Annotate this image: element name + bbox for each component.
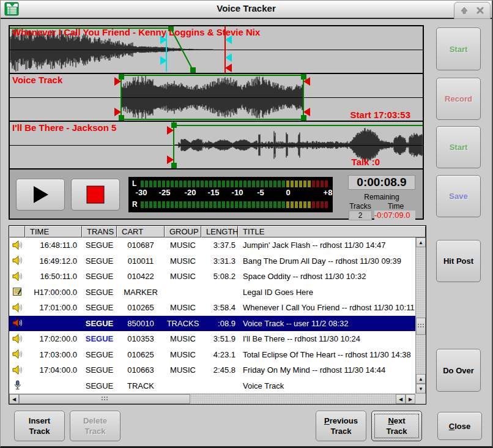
log-cell-cart: 010422 [117, 272, 165, 281]
log-cell-icon [9, 254, 25, 267]
log-row[interactable]: 17:04:00.0SEGUE010663MUSIC2:45.8Friday O… [9, 362, 415, 378]
log-cell-len: 3:37.5 [201, 241, 238, 250]
log-cell-group: MUSIC [165, 365, 201, 375]
log-cell-len: 5:08.2 [201, 272, 238, 281]
log-row[interactable]: 17:01:00.0SEGUE010265MUSIC3:58.4Whenever… [9, 300, 415, 316]
waveform-track-1[interactable]: Whenever I Call You Friend - Kenny Loggi… [10, 26, 423, 73]
do-over-button[interactable]: Do Over [436, 349, 481, 392]
meter-right-label: R [132, 200, 138, 209]
log-row[interactable]: 17:03:00.0SEGUE010625MUSIC4:23.1Total Ec… [9, 347, 415, 363]
vertical-scrollbar[interactable]: ▲ ▲ ▼ [415, 237, 426, 394]
horizontal-scroll-thumb[interactable] [19, 394, 190, 404]
remaining-tracks-value: 2 [349, 211, 372, 220]
segue-start-button-2[interactable]: Start [436, 126, 481, 168]
column-header-group[interactable]: GROUP [165, 226, 201, 237]
log-row[interactable]: 17:02:00.0SEGUE010353MUSIC3:51.9I'll Be … [9, 331, 415, 347]
meter-scale-tick: -30 [136, 188, 147, 197]
column-header-icon[interactable] [9, 226, 25, 237]
column-header-title[interactable]: TITLE [238, 226, 426, 237]
speaker-icon [12, 365, 23, 375]
speaker-icon [12, 240, 23, 250]
play-button[interactable] [16, 179, 65, 211]
microphone-icon [12, 380, 23, 390]
meter-left-label: L [132, 179, 136, 188]
log-cell-group: MUSIC [165, 272, 201, 281]
log-cell-len: 2:45.8 [201, 365, 238, 375]
log-row[interactable]: H17:00:00.0SEGUEMARKERLegal ID Goes Here [9, 285, 415, 301]
log-cell-icon [9, 239, 25, 252]
meter-scale-tick: -20 [185, 188, 196, 197]
log-row[interactable]: 16:49:12.0SEGUE010011MUSIC3:31.3Bang The… [9, 253, 415, 269]
log-cell-icon [9, 285, 25, 299]
shade-icon[interactable] [459, 5, 470, 16]
column-header-trans[interactable]: TRANS [82, 226, 117, 237]
remaining-tracks-label: Tracks [344, 202, 376, 211]
scroll-up-icon[interactable]: ▲ [416, 237, 426, 247]
stop-button[interactable] [71, 179, 120, 211]
close-button[interactable]: Close [437, 412, 482, 440]
log-cell-icon [9, 364, 25, 377]
close-icon[interactable] [475, 5, 486, 16]
save-button[interactable]: Save [436, 175, 481, 217]
column-header-cart[interactable]: CART [117, 226, 165, 237]
scrollbar-corner [415, 394, 426, 404]
meter-scale-tick: -10 [232, 188, 243, 197]
vertical-scroll-thumb[interactable] [416, 318, 426, 335]
log-cell-trans: SEGUE [82, 272, 117, 281]
log-cell-trans: SEGUE [82, 319, 117, 328]
log-body: 16:48:11.0SEGUE010687MUSIC3:37.5Jumpin' … [9, 237, 415, 394]
log-cell-time: 16:48:11.0 [25, 241, 82, 250]
speaker-icon [12, 271, 23, 282]
remaining-time-label: Time [380, 202, 412, 211]
log-cell-title: Bang The Drum All Day -- rdhost 11/30 09… [238, 256, 415, 266]
record-button[interactable]: Record [436, 78, 481, 120]
meter-scale-tick: -25 [159, 188, 171, 197]
meter-scale-tick: +8 [324, 188, 333, 197]
log-cell-icon [9, 379, 25, 392]
log-cell-trans: SEGUE [82, 350, 117, 359]
meter-scale-tick: -5 [257, 188, 264, 197]
hit-post-button[interactable]: Hit Post [436, 240, 481, 282]
log-cell-len: 3:51.9 [201, 334, 238, 343]
scroll-up2-icon[interactable]: ▲ [416, 374, 426, 384]
log-row[interactable]: 16:48:11.0SEGUE010687MUSIC3:37.5Jumpin' … [9, 237, 415, 253]
remaining-time-value: -0:07:09.0 [374, 211, 415, 220]
previous-track-button[interactable]: Previous Track [316, 411, 366, 441]
log-cell-title: Legal ID Goes Here [238, 288, 415, 297]
next-track-button[interactable]: Next Track [371, 411, 422, 441]
waveform-editor: Whenever I Call You Friend - Kenny Loggi… [9, 25, 424, 220]
track1-title: Whenever I Call You Friend - Kenny Loggi… [12, 27, 260, 37]
column-header-time[interactable]: TIME [25, 226, 82, 237]
log-cell-len: :08.9 [201, 319, 238, 328]
log-cell-icon [9, 270, 25, 283]
titlebar[interactable]: Voice Tracker [1, 1, 492, 19]
log-cell-trans: SEGUE [82, 256, 117, 266]
log-cell-time: 16:50:11.0 [25, 272, 82, 281]
log-cell-cart: 010353 [117, 334, 165, 343]
horizontal-scrollbar[interactable]: ◀ ◀ ▶ [9, 394, 415, 404]
log-cell-time: 17:01:00.0 [25, 303, 82, 312]
log-cell-cart: 010011 [117, 256, 165, 266]
log-cell-time: H17:00:00.0 [25, 288, 82, 297]
scroll-left2-icon[interactable]: ◀ [396, 394, 406, 404]
meter-scale-tick: -15 [208, 188, 220, 197]
column-header-length[interactable]: LENGTH [201, 226, 238, 237]
waveform-track-3[interactable]: I'll Be There - Jackson 5 Talk :0 [10, 122, 423, 168]
log-cell-time: 17:04:00.0 [25, 365, 82, 375]
scroll-down-icon[interactable]: ▼ [416, 384, 426, 394]
log-row[interactable]: SEGUE850010TRACKS:08.9Voice Track -- use… [9, 316, 415, 332]
log-row[interactable]: SEGUETRACKVoice Track [9, 378, 415, 394]
log-row[interactable]: 16:50:11.0SEGUE010422MUSIC5:08.2Space Od… [9, 269, 415, 285]
segue-start-button[interactable]: Start [436, 28, 481, 70]
log-cell-cart: MARKER [117, 288, 165, 297]
delete-track-button[interactable]: Delete Track [70, 411, 120, 441]
speaker-playing-icon [12, 318, 23, 328]
scroll-right-icon[interactable]: ▶ [406, 394, 415, 404]
remaining-label: Remaining [348, 193, 415, 201]
log-table: TIMETRANSCARTGROUPLENGTHTITLE 16:48:11.0… [9, 225, 426, 405]
waveform-track-2[interactable]: Voice Track Start 17:03:53 [10, 74, 423, 121]
log-cell-cart: 850010 [117, 319, 165, 328]
insert-track-button[interactable]: Insert Track [14, 411, 65, 441]
scroll-left-icon[interactable]: ◀ [9, 394, 19, 404]
speaker-icon [12, 302, 23, 313]
